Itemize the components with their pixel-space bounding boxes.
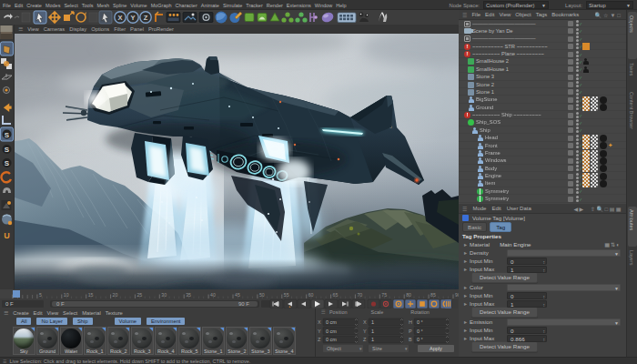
svg-text:Y: Y	[318, 329, 321, 334]
svg-text:S: S	[5, 159, 10, 167]
svg-text:0 °: 0 °	[417, 337, 423, 342]
svg-text:15: 15	[88, 292, 94, 298]
svg-text:S: S	[5, 146, 10, 154]
svg-text:Z: Z	[318, 337, 321, 342]
svg-text:X: X	[117, 14, 122, 22]
svg-text:0 cm: 0 cm	[326, 337, 337, 342]
svg-text:U: U	[4, 231, 10, 240]
svg-text:70: 70	[357, 292, 362, 298]
svg-text:85: 85	[430, 292, 436, 298]
svg-text:B: B	[409, 337, 412, 342]
svg-text:1: 1	[371, 337, 374, 342]
svg-text:25: 25	[136, 292, 142, 298]
svg-text:Apply: Apply	[430, 346, 442, 351]
svg-text:H: H	[409, 319, 412, 325]
svg-text:65: 65	[333, 292, 339, 298]
svg-text:20: 20	[113, 292, 118, 298]
svg-text:0 °: 0 °	[417, 329, 423, 334]
svg-text:Size: Size	[372, 346, 382, 351]
svg-text:Z: Z	[144, 14, 148, 22]
svg-text:S: S	[5, 131, 10, 139]
svg-text:90 F: 90 F	[238, 301, 249, 307]
svg-text:▼: ▼	[359, 347, 362, 351]
svg-text:90: 90	[455, 292, 459, 298]
svg-text:0 F: 0 F	[56, 301, 65, 307]
svg-text:30: 30	[161, 292, 167, 298]
svg-text:Z: Z	[363, 337, 367, 342]
svg-text:1: 1	[371, 329, 374, 334]
svg-text:P: P	[409, 329, 412, 334]
svg-text:0 cm: 0 cm	[326, 319, 337, 325]
svg-text:Y: Y	[130, 14, 135, 22]
svg-text:45: 45	[235, 292, 240, 298]
svg-text:0 cm: 0 cm	[326, 329, 337, 334]
svg-text:75: 75	[381, 292, 387, 298]
svg-text:Object: Object	[327, 346, 341, 351]
svg-text:80: 80	[406, 292, 411, 298]
svg-text:1: 1	[371, 319, 374, 325]
svg-text:10: 10	[64, 292, 69, 298]
svg-text:35: 35	[186, 292, 191, 298]
svg-text:▼: ▼	[404, 347, 408, 351]
svg-text:50: 50	[259, 292, 265, 298]
svg-text:60: 60	[308, 292, 314, 298]
svg-text:40: 40	[210, 292, 216, 298]
svg-text:5: 5	[39, 292, 42, 298]
svg-text:X: X	[318, 319, 321, 325]
svg-text:0 F: 0 F	[5, 301, 14, 307]
svg-text:Y: Y	[363, 329, 367, 334]
svg-text:0 °: 0 °	[417, 319, 423, 325]
svg-text:55: 55	[284, 292, 289, 298]
svg-text:X: X	[363, 319, 367, 325]
